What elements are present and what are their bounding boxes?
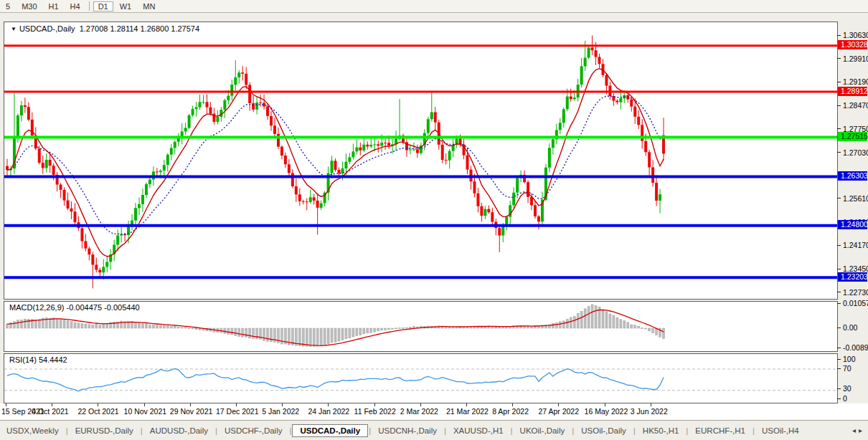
tab-usdcad-daily[interactable]: USDCAD-,Daily xyxy=(292,424,368,437)
date-tick xyxy=(558,403,559,406)
date-label: 5 Jan 2022 xyxy=(262,407,299,416)
price-chart-panel[interactable]: ▼USDCAD-,Daily 1.27008 1.28114 1.26800 1… xyxy=(4,21,838,300)
axis-tick xyxy=(837,269,841,269)
price-tick-label: 1.27030 xyxy=(843,148,868,157)
tab-usdx-weekly[interactable]: USDX,Weekly xyxy=(0,424,65,437)
tab-separator: | xyxy=(141,426,143,435)
price-tick-label: 1.30630 xyxy=(843,31,868,39)
tab-usoil-daily[interactable]: USOil-,Daily xyxy=(575,424,633,437)
date-tick xyxy=(512,403,513,406)
price-axis[interactable]: 1.306301.299101.291901.284701.277501.270… xyxy=(837,0,868,440)
tab-separator: | xyxy=(686,426,688,435)
date-tick xyxy=(236,403,237,406)
axis-tick xyxy=(837,292,841,292)
price-level-badge: 1.30328 xyxy=(838,40,867,49)
timeframe-button-5[interactable]: 5 xyxy=(1,1,15,11)
date-label: 4 Oct 2021 xyxy=(32,407,68,416)
axis-tick xyxy=(837,198,841,199)
tab-scroll-right-icon[interactable]: ▸ xyxy=(859,426,865,434)
candlestick-chart[interactable] xyxy=(4,22,837,299)
rsi-label: RSI(14) 54.4442 xyxy=(9,355,67,364)
tab-separator: | xyxy=(572,426,574,435)
axis-tick xyxy=(837,388,841,389)
timeframe-button-h1[interactable]: H1 xyxy=(44,1,64,11)
timeframe-button-w1[interactable]: W1 xyxy=(115,1,137,11)
axis-tick xyxy=(837,128,841,129)
price-tick-label: 1.25610 xyxy=(843,194,868,203)
timeframe-button-m30[interactable]: M30 xyxy=(16,1,42,11)
timeframe-button-d1[interactable]: D1 xyxy=(93,1,113,11)
time-axis[interactable]: 15 Sep 20214 Oct 202122 Oct 202110 Nov 2… xyxy=(0,403,868,421)
tab-separator: | xyxy=(215,426,217,435)
date-tick xyxy=(328,403,329,406)
tab-separator: | xyxy=(289,426,291,435)
price-level-badge: 1.23203 xyxy=(838,272,867,282)
macd-indicator-panel[interactable]: MACD(12,26,9) -0.004475 -0.005440 xyxy=(4,301,838,352)
chart-dropdown-icon[interactable]: ▼ xyxy=(11,26,16,32)
timeframe-button-h4[interactable]: H4 xyxy=(65,1,85,11)
date-label: 21 Mar 2022 xyxy=(446,407,489,416)
chart-ohlc-values: 1.27008 1.28114 1.26800 1.27574 xyxy=(80,24,199,33)
tab-audusd-daily[interactable]: AUDUSD-,Daily xyxy=(143,424,214,437)
rsi-tick-label: 0 xyxy=(843,394,847,403)
tab-eurchf-h1[interactable]: EURCHF-,H1 xyxy=(689,424,752,437)
rsi-plot[interactable] xyxy=(4,354,837,403)
tab-usdchf-daily[interactable]: USDCHF-,Daily xyxy=(218,424,289,437)
axis-tick xyxy=(837,35,841,36)
date-tick xyxy=(605,403,605,406)
timeframe-toolbar: 5M30H1H4D1W1MN xyxy=(0,0,868,13)
date-label: 29 Nov 2021 xyxy=(170,407,213,416)
rsi-tick-label: 70 xyxy=(843,364,852,373)
axis-tick xyxy=(837,303,841,304)
date-label: 17 Dec 2021 xyxy=(216,407,259,416)
axis-tick xyxy=(837,368,841,369)
rsi-indicator-panel[interactable]: RSI(14) 54.4442 xyxy=(4,353,838,403)
date-label: 27 Apr 2022 xyxy=(538,407,579,416)
date-label: 24 Jan 2022 xyxy=(308,407,349,416)
axis-tick xyxy=(837,348,841,348)
macd-tick-label: 0.00 xyxy=(843,323,857,332)
tab-usoil-h4[interactable]: USOil-,H4 xyxy=(755,424,806,437)
date-tick xyxy=(144,403,145,406)
axis-tick xyxy=(837,82,841,82)
rsi-tick-label: 100 xyxy=(843,355,856,363)
tab-usdcnh-daily[interactable]: USDCNH-,Daily xyxy=(372,424,443,437)
date-tick xyxy=(282,403,283,406)
macd-label: MACD(12,26,9) -0.004475 -0.005440 xyxy=(9,303,140,312)
chart-symbol-label: USDCAD-,Daily xyxy=(19,24,75,33)
tab-ukoil-daily[interactable]: UKOil-,Daily xyxy=(514,424,572,437)
price-tick-label: 1.24170 xyxy=(843,241,868,249)
date-tick xyxy=(52,403,52,406)
date-tick xyxy=(374,403,375,406)
date-tick xyxy=(466,403,467,406)
tab-eurusd-daily[interactable]: EURUSD-,Daily xyxy=(69,424,140,437)
axis-tick xyxy=(837,152,841,153)
date-label: 2 Mar 2022 xyxy=(400,407,438,416)
tab-separator: | xyxy=(633,426,636,435)
date-tick xyxy=(6,403,6,406)
axis-tick xyxy=(837,58,841,59)
price-tick-label: 1.28470 xyxy=(843,101,868,110)
chart-tab-bar: USDX,Weekly|EURUSD-,Daily|AUDUSD-,Daily|… xyxy=(0,421,868,440)
rsi-line xyxy=(7,369,664,391)
price-tick-label: 1.22730 xyxy=(843,288,868,297)
tab-separator: | xyxy=(66,426,68,435)
toolbar-separator xyxy=(89,1,90,11)
timeframe-button-mn[interactable]: MN xyxy=(138,1,160,11)
mt4-window: { "toolbar": { "separator_after_index": … xyxy=(0,0,868,440)
price-level-badge: 1.24800 xyxy=(838,220,867,229)
date-label: 3 Jun 2022 xyxy=(631,407,668,416)
price-tick-label: 1.29910 xyxy=(843,54,868,63)
axis-tick xyxy=(837,245,841,246)
date-tick xyxy=(190,403,191,406)
tab-xauusd-h1[interactable]: XAUUSD-,H1 xyxy=(447,424,510,437)
tab-scroll-arrows: ◂▸ xyxy=(852,426,865,434)
date-label: 8 Apr 2022 xyxy=(492,407,529,416)
rsi-tick-label: 30 xyxy=(843,384,852,393)
tab-separator: | xyxy=(369,426,371,435)
macd-tick-label: -0.00896 xyxy=(843,343,868,352)
price-level-badge: 1.28912 xyxy=(838,87,867,96)
tab-separator: | xyxy=(753,426,755,435)
tab-hk50-h1[interactable]: HK50-,H1 xyxy=(636,424,686,437)
tab-scroll-left-icon[interactable]: ◂ xyxy=(852,426,859,434)
